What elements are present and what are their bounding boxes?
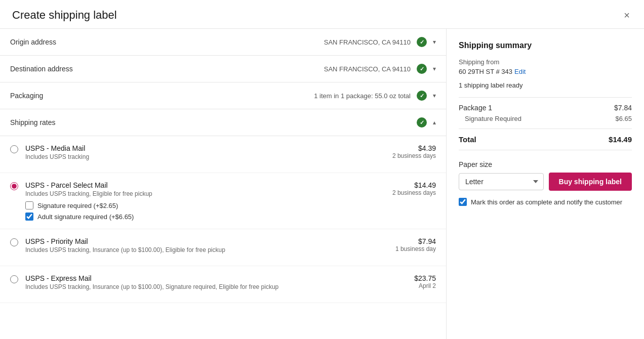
right-panel: Shipping summary Shipping from 60 29TH S… <box>447 29 644 339</box>
summary-shipping-from-label: Shipping from <box>459 58 632 66</box>
mark-complete-label: Mark this order as complete and notify t… <box>471 198 622 206</box>
rate-parcel-select-name: USPS - Parcel Select Mail <box>25 181 384 189</box>
summary-signature-price: $6.65 <box>615 115 632 122</box>
packaging-right: 1 item in 1 package: 55.0 oz total ▾ <box>314 91 436 101</box>
rate-priority-mail-desc: Includes USPS tracking, Insurance (up to… <box>25 246 387 253</box>
rate-express-mail-radio[interactable] <box>10 275 18 283</box>
summary-signature-row: Signature Required $6.65 <box>459 115 632 122</box>
rate-parcel-select: USPS - Parcel Select Mail Includes USPS … <box>0 173 446 229</box>
rate-parcel-select-price: $14.49 <box>392 181 436 189</box>
rate-media-mail-radio[interactable] <box>10 145 18 153</box>
rate-priority-mail-price: $7.94 <box>395 237 436 245</box>
summary-address-text: 60 29TH ST # 343 <box>459 68 512 75</box>
packaging-chevron-icon: ▾ <box>433 92 436 99</box>
modal-body: Origin address SAN FRANCISCO, CA 94110 ▾… <box>0 29 644 339</box>
rate-parcel-select-details: USPS - Parcel Select Mail Includes USPS … <box>25 181 384 221</box>
rate-media-mail-desc: Includes USPS tracking <box>25 153 384 160</box>
adult-signature-option: Adult signature required (+$6.65) <box>25 213 384 221</box>
origin-right: SAN FRANCISCO, CA 94110 ▾ <box>324 37 436 47</box>
close-button[interactable]: × <box>622 8 632 22</box>
summary-divider-3 <box>459 150 632 150</box>
rate-media-mail-delivery: 2 business days <box>392 152 436 159</box>
origin-value: SAN FRANCISCO, CA 94110 <box>324 38 411 46</box>
accordion-destination-header[interactable]: Destination address SAN FRANCISCO, CA 94… <box>0 56 446 82</box>
rate-media-mail-details: USPS - Media Mail Includes USPS tracking <box>25 144 384 164</box>
accordion-origin-header[interactable]: Origin address SAN FRANCISCO, CA 94110 ▾ <box>0 29 446 55</box>
summary-ready-label: 1 shipping label ready <box>459 81 632 89</box>
shipping-rates-right: ▴ <box>417 117 436 128</box>
rate-parcel-select-price-col: $14.49 2 business days <box>392 181 436 196</box>
origin-chevron-icon: ▾ <box>433 38 436 46</box>
shipping-rates-header[interactable]: Shipping rates ▴ <box>0 109 446 136</box>
mark-complete-row: Mark this order as complete and notify t… <box>459 198 632 206</box>
rate-express-mail-price-col: $23.75 April 2 <box>414 274 436 289</box>
summary-total-label: Total <box>459 135 476 144</box>
accordion-packaging-header[interactable]: Packaging 1 item in 1 package: 55.0 oz t… <box>0 82 446 109</box>
packaging-label: Packaging <box>10 92 43 100</box>
packaging-value: 1 item in 1 package: 55.0 oz total <box>314 92 411 100</box>
rate-express-mail-delivery: April 2 <box>414 282 436 289</box>
signature-required-option: Signature required (+$2.65) <box>25 201 384 209</box>
rate-express-mail-name: USPS - Express Mail <box>25 274 406 282</box>
rate-priority-mail-price-col: $7.94 1 business day <box>395 237 436 252</box>
summary-package-price: $7.84 <box>614 104 632 112</box>
shipping-rates-label: Shipping rates <box>10 118 56 126</box>
accordion-packaging: Packaging 1 item in 1 package: 55.0 oz t… <box>0 82 446 109</box>
adult-signature-checkbox[interactable] <box>25 213 33 221</box>
summary-divider-2 <box>459 129 632 129</box>
paper-size-select[interactable]: Letter 4x6 label 4x5 label <box>459 173 544 190</box>
rate-media-mail-name: USPS - Media Mail <box>25 144 384 152</box>
edit-address-link[interactable]: Edit <box>514 68 526 75</box>
accordion-destination: Destination address SAN FRANCISCO, CA 94… <box>0 56 446 82</box>
paper-size-section: Paper size Letter 4x6 label 4x5 label Bu… <box>459 160 632 191</box>
mark-complete-checkbox[interactable] <box>459 198 467 206</box>
rate-media-mail-price: $4.39 <box>392 144 436 152</box>
rate-media-mail-price-col: $4.39 2 business days <box>392 144 436 159</box>
signature-required-label: Signature required (+$2.65) <box>37 202 118 209</box>
accordion-origin: Origin address SAN FRANCISCO, CA 94110 ▾ <box>0 29 446 56</box>
rate-express-mail-desc: Includes USPS tracking, Insurance (up to… <box>25 283 406 290</box>
shipping-rates-check-icon <box>417 117 427 128</box>
summary-address-line: 60 29TH ST # 343 Edit <box>459 68 632 76</box>
summary-total-row: Total $14.49 <box>459 135 632 144</box>
rate-media-mail: USPS - Media Mail Includes USPS tracking… <box>0 136 446 173</box>
packaging-check-icon <box>417 91 427 101</box>
rate-express-mail-details: USPS - Express Mail Includes USPS tracki… <box>25 274 406 294</box>
modal-title: Create shipping label <box>12 9 117 22</box>
summary-signature-label: Signature Required <box>465 115 521 122</box>
paper-size-label: Paper size <box>459 160 632 168</box>
summary-package-label: Package 1 <box>459 104 492 112</box>
shipping-rates-chevron-icon: ▴ <box>433 119 436 126</box>
destination-check-icon <box>417 64 427 74</box>
rate-priority-mail-details: USPS - Priority Mail Includes USPS track… <box>25 237 387 258</box>
rate-priority-mail-delivery: 1 business day <box>395 245 436 252</box>
signature-required-checkbox[interactable] <box>25 201 33 209</box>
buy-shipping-label-button[interactable]: Buy shipping label <box>549 173 632 191</box>
destination-value: SAN FRANCISCO, CA 94110 <box>324 65 411 73</box>
destination-right: SAN FRANCISCO, CA 94110 ▾ <box>324 64 436 74</box>
summary-title: Shipping summary <box>459 41 632 50</box>
destination-label: Destination address <box>10 65 73 73</box>
rate-express-mail: USPS - Express Mail Includes USPS tracki… <box>0 266 446 303</box>
origin-label: Origin address <box>10 38 56 46</box>
rate-parcel-select-desc: Includes USPS tracking, Eligible for fre… <box>25 190 384 197</box>
origin-check-icon <box>417 37 427 47</box>
rate-priority-mail-radio[interactable] <box>10 238 18 246</box>
destination-chevron-icon: ▾ <box>433 65 436 72</box>
summary-total-value: $14.49 <box>609 135 632 144</box>
summary-package-row: Package 1 $7.84 <box>459 104 632 112</box>
rate-express-mail-price: $23.75 <box>414 274 436 282</box>
rate-priority-mail-name: USPS - Priority Mail <box>25 237 387 245</box>
rate-parcel-select-radio[interactable] <box>10 182 18 190</box>
left-panel: Origin address SAN FRANCISCO, CA 94110 ▾… <box>0 29 447 339</box>
summary-divider-1 <box>459 97 632 98</box>
adult-signature-label: Adult signature required (+$6.65) <box>37 213 134 221</box>
rate-parcel-select-delivery: 2 business days <box>392 189 436 196</box>
modal-header: Create shipping label × <box>0 0 644 29</box>
paper-size-row: Letter 4x6 label 4x5 label Buy shipping … <box>459 173 632 191</box>
rate-priority-mail: USPS - Priority Mail Includes USPS track… <box>0 229 446 266</box>
rate-parcel-select-options: Signature required (+$2.65) Adult signat… <box>25 201 384 221</box>
